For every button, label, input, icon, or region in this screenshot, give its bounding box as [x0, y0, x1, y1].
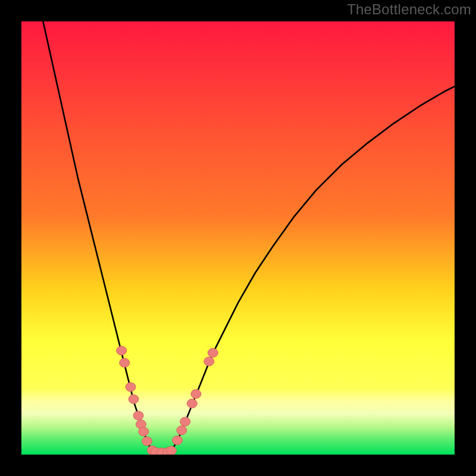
data-marker — [208, 348, 218, 357]
watermark-text: TheBottleneck.com — [347, 1, 471, 18]
data-marker — [117, 346, 127, 355]
data-marker — [139, 427, 149, 436]
data-marker — [180, 417, 190, 426]
gradient-bg — [21, 21, 455, 455]
data-marker — [142, 437, 152, 446]
data-marker — [166, 446, 176, 455]
data-marker — [187, 399, 197, 408]
chart-svg — [21, 21, 455, 455]
chart-frame: TheBottleneck.com — [0, 0, 476, 476]
data-marker — [173, 436, 183, 444]
data-marker — [133, 411, 143, 420]
data-marker — [177, 426, 187, 435]
data-marker — [204, 357, 214, 366]
data-marker — [191, 390, 201, 399]
data-marker — [120, 358, 130, 367]
data-marker — [129, 394, 139, 403]
data-marker — [126, 383, 136, 392]
plot-area — [21, 21, 455, 455]
